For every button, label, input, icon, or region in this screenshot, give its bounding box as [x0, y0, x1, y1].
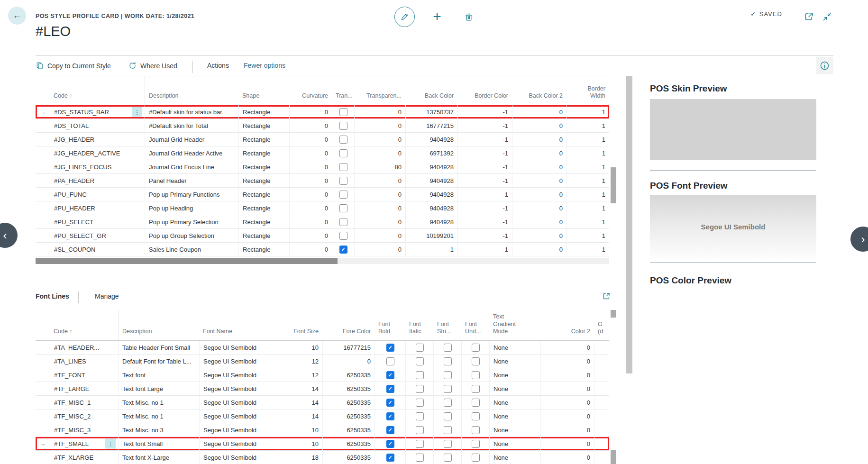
table-row[interactable]: #PU_HEADERPop up HeadingRectangle0094049…	[36, 201, 609, 215]
cell-value[interactable]: Segoe UI Semibold	[199, 341, 280, 355]
cell-checkbox[interactable]	[433, 423, 461, 437]
checkbox-unchecked[interactable]	[339, 108, 347, 116]
column-header[interactable]: Color 2	[540, 310, 594, 341]
cell-checkbox[interactable]	[375, 355, 405, 368]
cell-value[interactable]: Text font Large	[118, 382, 199, 396]
new-button[interactable]: +	[429, 8, 446, 25]
delete-button[interactable]	[461, 8, 477, 25]
cell-checkbox[interactable]	[433, 341, 461, 355]
cell-value[interactable]: 0	[289, 188, 332, 201]
row-selector-cell[interactable]	[36, 355, 50, 368]
checkbox-unchecked[interactable]	[444, 399, 452, 407]
cell-value[interactable]: 1	[566, 201, 609, 215]
font-grid-vscrollbar-thumb[interactable]	[611, 450, 616, 464]
cell-checkbox[interactable]	[433, 396, 461, 409]
checkbox-unchecked[interactable]	[339, 136, 347, 144]
cell-value[interactable]: -1	[457, 160, 512, 174]
cell-value[interactable]: 1	[566, 146, 609, 160]
cell-value[interactable]: -1	[457, 105, 512, 119]
cell-value[interactable]: 0	[540, 451, 594, 464]
cell-code[interactable]: #TA_HEADER...	[50, 341, 118, 355]
checkbox-unchecked[interactable]	[472, 371, 480, 379]
column-header[interactable]: Transparen...	[354, 76, 405, 105]
table-row[interactable]: #JG_HEADER_ACTIVEJournal Grid Header Act…	[36, 146, 609, 160]
row-selector-cell[interactable]	[36, 215, 50, 229]
cell-value[interactable]: None	[489, 451, 540, 464]
cell-value[interactable]: 9404928	[405, 188, 457, 201]
cell-checkbox[interactable]	[461, 437, 489, 451]
cell-checkbox[interactable]	[332, 215, 354, 229]
cell-value[interactable]: -1	[405, 243, 457, 256]
row-selector-cell[interactable]	[36, 229, 50, 243]
cell-checkbox[interactable]	[405, 423, 433, 437]
font-lines-expand-button[interactable]	[601, 291, 612, 301]
cell-value[interactable]: 0	[354, 243, 405, 256]
cell-checkbox[interactable]	[461, 409, 489, 423]
checkbox-checked[interactable]	[386, 385, 394, 393]
cell-checkbox[interactable]	[461, 355, 489, 368]
cell-checkbox[interactable]	[375, 368, 405, 382]
cell-value[interactable]: Rectangle	[238, 146, 289, 160]
table-row[interactable]: →#DS_STATUS_BAR⋮#Default skin for status…	[36, 105, 609, 119]
cell-code[interactable]: #TF_MISC_3	[50, 423, 118, 437]
style-grid-vscrollbar-thumb[interactable]	[611, 167, 616, 203]
cell-value[interactable]: 6250335	[322, 451, 375, 464]
cell-value[interactable]: Pop up Primary Functions	[145, 188, 238, 201]
cell-code[interactable]: #DS_TOTAL	[50, 119, 145, 133]
cell-value[interactable]: 0	[289, 229, 332, 243]
table-row[interactable]: #DS_TOTAL#Default skin for TotalRectangl…	[36, 119, 609, 133]
cell-value[interactable]: 9404928	[405, 215, 457, 229]
cell-value[interactable]	[594, 382, 609, 396]
cell-code[interactable]: #TF_XLARGE	[50, 451, 118, 464]
cell-value[interactable]: Segoe UI Semibold	[199, 437, 280, 451]
cell-checkbox[interactable]	[332, 146, 354, 160]
cell-value[interactable]: 6971392	[405, 146, 457, 160]
cell-value[interactable]: 0	[512, 243, 566, 256]
table-row[interactable]: #TF_XLARGEText font X-LargeSegoe UI Semi…	[36, 451, 609, 464]
cell-value[interactable]: Segoe UI Semibold	[199, 382, 280, 396]
open-in-new-window-button[interactable]	[803, 11, 814, 22]
cell-value[interactable]: 6250335	[322, 368, 375, 382]
cell-value[interactable]: 0	[512, 146, 566, 160]
table-row[interactable]: #TA_HEADER...Table Header Font SmallSego…	[36, 341, 609, 355]
cell-value[interactable]: Sales Line Coupon	[145, 243, 238, 256]
copy-to-current-style-button[interactable]: Copy to Current Style	[36, 62, 111, 70]
checkbox-unchecked[interactable]	[472, 399, 480, 407]
cell-checkbox[interactable]	[405, 451, 433, 464]
checkbox-unchecked[interactable]	[339, 163, 347, 171]
cell-value[interactable]: 80	[354, 160, 405, 174]
cell-value[interactable]: Panel Header	[145, 174, 238, 188]
checkbox-unchecked[interactable]	[472, 412, 480, 420]
checkbox-unchecked[interactable]	[339, 122, 347, 130]
page-vscrollbar[interactable]	[626, 76, 632, 373]
cell-value[interactable]: None	[489, 355, 540, 368]
row-selector-cell[interactable]	[36, 243, 50, 256]
cell-value[interactable]: 9404928	[405, 201, 457, 215]
cell-value[interactable]: 0	[354, 229, 405, 243]
cell-value[interactable]: 0	[289, 133, 332, 146]
checkbox-unchecked[interactable]	[416, 440, 424, 448]
cell-value[interactable]: Rectangle	[238, 229, 289, 243]
column-header[interactable]: Description	[145, 76, 238, 105]
cell-checkbox[interactable]	[433, 382, 461, 396]
cell-value[interactable]: Text font	[118, 368, 199, 382]
cell-value[interactable]: Rectangle	[238, 119, 289, 133]
row-selector-cell[interactable]	[36, 341, 50, 355]
cell-checkbox[interactable]	[375, 396, 405, 409]
cell-value[interactable]: 0	[540, 409, 594, 423]
cell-value[interactable]: 0	[289, 119, 332, 133]
cell-value[interactable]: Rectangle	[238, 160, 289, 174]
cell-value[interactable]: -1	[457, 188, 512, 201]
cell-value[interactable]	[594, 451, 609, 464]
cell-value[interactable]: 9404928	[405, 174, 457, 188]
cell-value[interactable]: 9404928	[405, 160, 457, 174]
fewer-options-button[interactable]: Fewer options	[244, 62, 285, 69]
checkbox-unchecked[interactable]	[472, 357, 480, 365]
table-row[interactable]: #PU_FUNCPop up Primary FunctionsRectangl…	[36, 188, 609, 201]
checkbox-checked[interactable]	[386, 399, 394, 407]
cell-value[interactable]: 0	[540, 396, 594, 409]
cell-value[interactable]: 1	[566, 119, 609, 133]
cell-checkbox[interactable]	[375, 451, 405, 464]
cell-value[interactable]: -1	[457, 243, 512, 256]
cell-checkbox[interactable]	[405, 368, 433, 382]
